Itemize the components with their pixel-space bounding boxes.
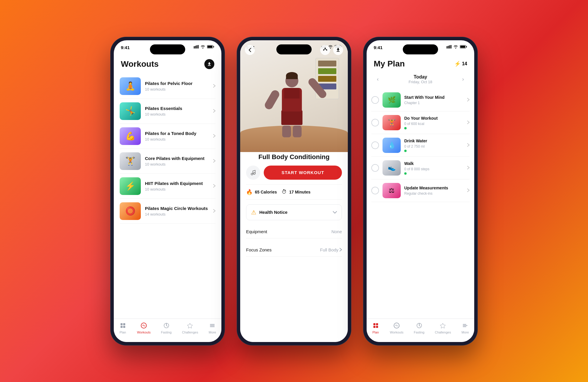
tab-more-3[interactable]: More (461, 322, 469, 334)
plan-thumb-2: 💧 (382, 138, 401, 153)
health-notice-row[interactable]: ⚠ Health Notice (246, 204, 342, 220)
plan-info-4: Update Measurements Regular check-ins (404, 185, 464, 195)
workout-name-5: Pilates Magic Circle Workouts (145, 206, 209, 211)
svg-rect-44 (376, 326, 378, 328)
tab-fasting-1[interactable]: Fasting (161, 322, 172, 334)
svg-rect-5 (213, 46, 214, 47)
tab-workouts-1[interactable]: Workouts (137, 322, 151, 334)
plan-list-item[interactable]: ⚖ Update Measurements Regular check-ins (371, 179, 470, 202)
svg-line-15 (166, 326, 168, 326)
plan-item-title-4: Update Measurements (404, 185, 464, 191)
download-button-2[interactable] (333, 45, 343, 55)
svg-rect-31 (337, 51, 340, 52)
tab-fasting-3[interactable]: Fasting (414, 322, 425, 334)
tab-challenges-1[interactable]: Challenges (182, 322, 198, 334)
svg-rect-2 (196, 45, 197, 49)
today-label: Today (409, 74, 432, 80)
workout-name-0: Pilates for Pelvic Floor (145, 81, 209, 86)
back-button[interactable] (245, 45, 255, 55)
chevron-down-icon (333, 211, 337, 213)
status-icons-3 (447, 45, 467, 49)
workout-info-5: Pilates Magic Circle Workouts 14 workout… (145, 206, 209, 216)
start-workout-button[interactable]: START WORKOUT (264, 166, 342, 180)
plan-item-sub-4: Regular check-ins (404, 191, 464, 196)
plan-chevron-0 (467, 97, 470, 103)
svg-rect-10 (121, 326, 123, 328)
workout-list-item[interactable]: ⭕ Pilates Magic Circle Workouts 14 worko… (120, 199, 216, 224)
plan-list-item[interactable]: 👟 Walk 0 of 8 000 steps (371, 157, 470, 179)
plan-icon-3 (372, 322, 380, 329)
tab-bar-3: Plan Workouts (367, 318, 474, 342)
tab-plan-3[interactable]: Plan (372, 322, 380, 334)
plan-thumb-3: 👟 (382, 160, 401, 176)
tab-workouts-3[interactable]: Workouts (390, 322, 403, 334)
tab-plan-1[interactable]: Plan (119, 322, 127, 334)
phone-3: 9:41 My Plan ⚡ 14 ‹ (363, 37, 478, 346)
plan-chevron-1 (467, 120, 470, 125)
svg-rect-35 (448, 46, 449, 49)
workouts-title: Workouts (121, 59, 159, 69)
tab-more-label-1: More (209, 331, 216, 334)
workout-info-4: HIIT Pilates with Equipment 10 workouts (145, 181, 209, 191)
workout-list-item[interactable]: 🏋 Core Pilates with Equipment 10 workout… (120, 149, 216, 174)
plan-list-item[interactable]: 🌿 Start With Your Mind Chapter 1 (371, 89, 470, 111)
plan-checkbox-1[interactable] (371, 119, 379, 126)
tab-fasting-label-1: Fasting (161, 331, 172, 334)
workouts-icon-1 (140, 322, 148, 329)
plan-chevron-2 (467, 143, 470, 148)
next-date-button[interactable]: › (459, 75, 467, 83)
date-display: Today Friday, Oct 18 (409, 74, 432, 84)
workout-list-item[interactable]: 🧘 Pilates for Pelvic Floor 10 workouts (120, 74, 216, 99)
plan-item-sub-0: Chapter 1 (404, 101, 464, 105)
plan-checkbox-0[interactable] (371, 96, 379, 104)
equipment-label: Equipment (246, 229, 267, 234)
challenges-icon-3 (439, 322, 447, 329)
share-button[interactable] (320, 45, 330, 55)
plan-checkbox-4[interactable] (371, 187, 379, 194)
workout-name-2: Pilates for a Toned Body (145, 131, 209, 136)
workout-hero: 9:41 (240, 40, 348, 152)
tab-more-1[interactable]: More (208, 322, 216, 334)
workout-thumb-4: ⚡ (120, 177, 141, 195)
plan-checkbox-2[interactable] (371, 141, 379, 149)
phone-1: 9:41 (110, 37, 225, 346)
prev-date-button[interactable]: ‹ (374, 75, 382, 83)
workout-count-2: 10 workouts (145, 137, 209, 141)
workout-name-1: Pilates Essentials (145, 106, 209, 111)
time-1: 9:41 (121, 45, 130, 50)
chevron-right-icon-5 (213, 208, 216, 214)
svg-rect-34 (447, 46, 447, 49)
svg-rect-1 (195, 46, 196, 49)
more-icon-1 (208, 322, 216, 329)
dynamic-island-2 (276, 44, 312, 54)
workout-list-item[interactable]: 💪 Pilates for a Toned Body 10 workouts (120, 124, 216, 149)
workout-thumb-3: 🏋 (120, 152, 141, 170)
more-icon-3 (461, 322, 469, 329)
tab-bar-1: Plan Workouts (114, 318, 221, 342)
workout-start-row: START WORKOUT (246, 166, 342, 180)
plan-checkbox-3[interactable] (371, 164, 379, 172)
plan-progress-dot-2 (404, 150, 407, 152)
fasting-icon-1 (163, 322, 170, 329)
focus-zones-row[interactable]: Focus Zones Full Body (246, 243, 342, 257)
plan-list-item[interactable]: 💧 Drink Water 0 of 2 750 ml (371, 134, 470, 157)
music-button[interactable] (246, 166, 260, 180)
tab-challenges-3[interactable]: Challenges (435, 322, 451, 334)
svg-rect-7 (208, 65, 211, 66)
download-button-1[interactable] (204, 59, 214, 69)
chevron-right-icon-1 (213, 109, 216, 114)
detail-action-buttons (320, 45, 343, 55)
plan-info-0: Start With Your Mind Chapter 1 (404, 95, 464, 105)
workout-count-0: 10 workouts (145, 87, 209, 91)
tab-fasting-label-3: Fasting (414, 331, 425, 334)
plan-list-item[interactable]: 🏋 Do Your Workout 0 of 600 kcal (371, 111, 470, 134)
plan-thumb-4: ⚖ (382, 183, 401, 198)
tab-challenges-label-1: Challenges (182, 331, 198, 334)
workout-info-3: Core Pilates with Equipment 10 workouts (145, 156, 209, 166)
svg-point-33 (253, 173, 255, 174)
battery-icon-1 (207, 45, 214, 49)
workout-list-item[interactable]: ⚡ HIIT Pilates with Equipment 10 workout… (120, 174, 216, 199)
workout-count-5: 14 workouts (145, 212, 209, 216)
workout-list-item[interactable]: 🤸 Pilates Essentials 10 workouts (120, 99, 216, 124)
svg-rect-39 (466, 46, 467, 47)
